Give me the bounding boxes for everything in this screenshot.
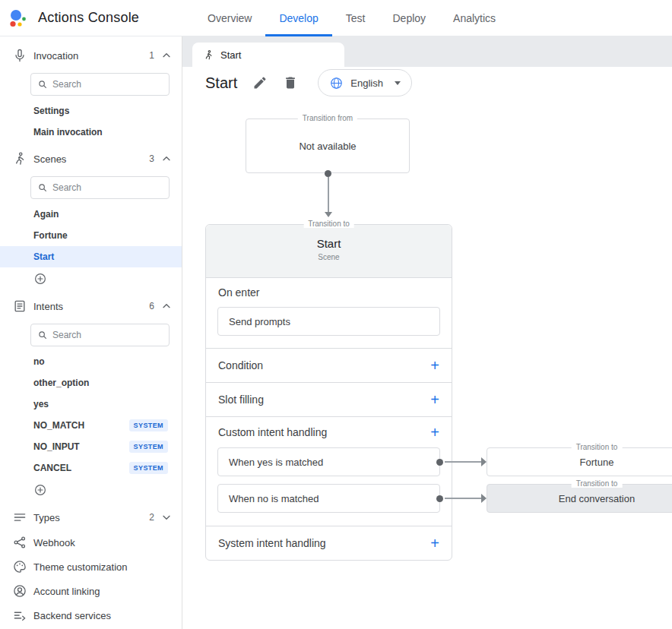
- sidebar-item-cancel[interactable]: CANCEL SYSTEM: [0, 457, 182, 479]
- delete-icon[interactable]: [283, 75, 298, 90]
- tab-start[interactable]: Start: [192, 43, 344, 67]
- sidebar-item-main-invocation[interactable]: Main invocation: [0, 122, 182, 143]
- search-input[interactable]: [52, 330, 163, 340]
- section-label: Types: [33, 512, 149, 523]
- sidebar-item-again[interactable]: Again: [0, 204, 182, 225]
- intent-label: CANCEL: [33, 463, 71, 473]
- add-slot-button[interactable]: +: [430, 392, 439, 407]
- search-icon: [37, 182, 48, 193]
- sidebar-item-no-input[interactable]: NO_INPUT SYSTEM: [0, 436, 182, 457]
- sidebar-item-no[interactable]: no: [0, 351, 182, 372]
- transition-from-legend: Transition from: [298, 114, 357, 122]
- transition-target-fortune[interactable]: Transition to Fortune: [487, 447, 672, 476]
- scenes-search[interactable]: [30, 176, 170, 199]
- sidebar: Invocation 1 Settings Main invocation Sc…: [0, 36, 182, 629]
- add-circle-icon: [33, 272, 47, 286]
- sidebar-item-start[interactable]: Start: [0, 246, 182, 267]
- sidebar-item-theme-customization[interactable]: Theme customization: [0, 555, 182, 579]
- handler-when-yes[interactable]: When yes is matched: [217, 447, 440, 476]
- scene-card-start: Transition to Start Scene On enter Send …: [205, 224, 452, 561]
- transition-to-legend: Transition to: [572, 443, 623, 451]
- transition-from-box[interactable]: Transition from Not available: [246, 119, 410, 173]
- connector-line: [445, 461, 481, 463]
- send-prompts-button[interactable]: Send prompts: [217, 307, 440, 336]
- account-icon: [12, 583, 27, 599]
- add-custom-intent-button[interactable]: +: [430, 425, 439, 440]
- sidebar-item-other-option[interactable]: other_option: [0, 372, 182, 394]
- add-intent-button[interactable]: [0, 479, 182, 501]
- condition-section: Condition +: [206, 348, 452, 382]
- system-intent-section: System intent handling +: [206, 526, 452, 560]
- system-badge: SYSTEM: [129, 462, 168, 474]
- connector-line: [328, 177, 329, 212]
- scene-card-legend: Transition to: [303, 220, 354, 228]
- scene-card-header: Start Scene: [206, 225, 452, 278]
- nav-test[interactable]: Test: [332, 0, 379, 36]
- connector-dot: [436, 495, 443, 502]
- tab-strip: Start: [182, 36, 672, 67]
- transition-connector-vertical: [325, 170, 331, 219]
- language-selector[interactable]: English: [318, 69, 412, 96]
- add-system-intent-button[interactable]: +: [430, 536, 439, 551]
- sidebar-item-webhook[interactable]: Webhook: [0, 530, 182, 555]
- add-condition-button[interactable]: +: [430, 358, 439, 373]
- target-value: Fortune: [580, 457, 614, 468]
- intents-search[interactable]: [30, 324, 170, 346]
- handler-when-no[interactable]: When no is matched: [217, 484, 440, 513]
- sidebar-item-no-match[interactable]: NO_MATCH SYSTEM: [0, 415, 182, 436]
- sidebar-item-account-linking[interactable]: Account linking: [0, 579, 182, 603]
- scene-canvas: Transition from Not available Transition…: [182, 99, 672, 629]
- add-scene-button[interactable]: [0, 267, 182, 290]
- arrow-down-icon: [325, 212, 332, 217]
- system-intent-label: System intent handling: [218, 537, 326, 549]
- footer-label: Theme customization: [33, 561, 128, 573]
- intent-label: NO_INPUT: [33, 441, 80, 452]
- app-header: Actions Console Overview Develop Test De…: [0, 0, 672, 36]
- section-count: 1: [149, 50, 154, 61]
- globe-icon: [329, 76, 344, 90]
- section-count: 2: [149, 512, 154, 523]
- chevron-down-icon: [160, 511, 173, 523]
- sidebar-section-types[interactable]: Types 2: [0, 504, 182, 530]
- scene-icon: [12, 151, 27, 166]
- section-count: 3: [149, 153, 154, 164]
- section-label: Invocation: [33, 50, 149, 62]
- sidebar-section-intents[interactable]: Intents 6: [0, 293, 182, 319]
- section-label: Intents: [33, 301, 149, 312]
- edit-icon[interactable]: [252, 75, 268, 90]
- sidebar-item-settings[interactable]: Settings: [0, 100, 182, 122]
- search-input[interactable]: [52, 182, 163, 193]
- target-value: End conversation: [559, 493, 635, 504]
- sidebar-item-backend-services[interactable]: Backend services: [0, 603, 182, 627]
- connector-line: [445, 498, 481, 499]
- arrow-right-icon: [481, 457, 487, 466]
- custom-intent-label: Custom intent handling: [218, 426, 327, 438]
- connector-dot: [325, 170, 331, 177]
- palette-icon: [12, 559, 27, 574]
- add-circle-icon: [33, 483, 47, 497]
- transition-connector-yes: [443, 457, 487, 466]
- footer-label: Backend services: [33, 610, 111, 621]
- sidebar-item-yes[interactable]: yes: [0, 394, 182, 415]
- sidebar-section-invocation[interactable]: Invocation 1: [0, 43, 182, 68]
- nav-develop[interactable]: Develop: [265, 0, 331, 36]
- nav-analytics[interactable]: Analytics: [439, 0, 509, 36]
- tab-label: Start: [220, 49, 241, 61]
- condition-label: Condition: [218, 359, 263, 371]
- invocation-search[interactable]: [30, 73, 170, 96]
- language-value: English: [350, 77, 383, 89]
- chevron-up-icon: [160, 300, 173, 312]
- nav-overview[interactable]: Overview: [194, 0, 265, 36]
- connector-dot: [436, 459, 443, 466]
- sidebar-section-scenes[interactable]: Scenes 3: [0, 146, 182, 172]
- handler-label: When yes is matched: [229, 457, 323, 468]
- transition-target-end-conversation[interactable]: Transition to End conversation: [487, 484, 672, 513]
- on-enter-section: On enter Send prompts: [206, 278, 452, 348]
- system-badge: SYSTEM: [129, 419, 168, 431]
- chevron-up-icon: [160, 153, 173, 165]
- nav-deploy[interactable]: Deploy: [379, 0, 440, 36]
- search-input[interactable]: [52, 79, 163, 90]
- sidebar-item-fortune[interactable]: Fortune: [0, 225, 182, 246]
- section-count: 6: [149, 301, 154, 311]
- handler-label: When no is matched: [229, 493, 319, 504]
